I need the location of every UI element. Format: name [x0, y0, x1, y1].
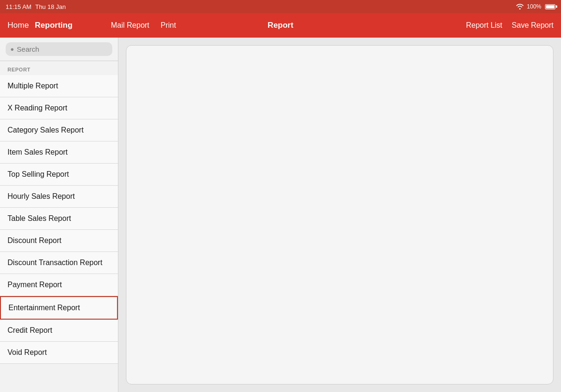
- sidebar-item-discount-transaction-report[interactable]: Discount Transaction Report: [0, 252, 118, 274]
- nav-left: Home Reporting: [8, 21, 101, 30]
- mail-report-button[interactable]: Mail Report: [111, 21, 149, 30]
- status-bar-left: 11:15 AM Thu 18 Jan: [6, 3, 66, 10]
- sidebar-item-top-selling-report[interactable]: Top Selling Report: [0, 164, 118, 186]
- nav-bar: Home Reporting Mail Report Print Report …: [0, 13, 561, 38]
- main-layout: ● REPORT Multiple Report X Reading Repor…: [0, 38, 561, 392]
- report-panel: [126, 45, 553, 384]
- nav-title[interactable]: Reporting: [35, 21, 72, 30]
- search-input-wrap: ●: [6, 42, 112, 56]
- status-bar-right: 100%: [516, 3, 555, 10]
- wifi-icon: [516, 4, 524, 9]
- report-list-button[interactable]: Report List: [466, 21, 502, 30]
- content-area: [118, 38, 561, 392]
- time-display: 11:15 AM: [6, 3, 31, 10]
- sidebar-item-x-reading-report[interactable]: X Reading Report: [0, 97, 118, 119]
- search-input[interactable]: [17, 45, 108, 53]
- sidebar-item-hourly-sales-report[interactable]: Hourly Sales Report: [0, 186, 118, 208]
- nav-right: Report List Save Report: [466, 21, 553, 30]
- section-header: REPORT: [0, 61, 118, 75]
- print-button[interactable]: Print: [161, 21, 176, 30]
- sidebar-item-payment-report[interactable]: Payment Report: [0, 274, 118, 296]
- home-button[interactable]: Home: [8, 21, 29, 30]
- save-report-button[interactable]: Save Report: [512, 21, 553, 30]
- sidebar-item-discount-report[interactable]: Discount Report: [0, 230, 118, 252]
- nav-center-actions: Mail Report Print: [111, 21, 176, 30]
- status-bar: 11:15 AM Thu 18 Jan 100%: [0, 0, 561, 13]
- sidebar-item-multiple-report[interactable]: Multiple Report: [0, 75, 118, 97]
- battery-icon: [545, 4, 555, 9]
- sidebar-item-void-report[interactable]: Void Report: [0, 342, 118, 364]
- battery-percent: 100%: [527, 3, 541, 10]
- nav-main-title: Report: [268, 21, 294, 30]
- search-icon: ●: [10, 46, 14, 53]
- date-display: Thu 18 Jan: [35, 3, 66, 10]
- sidebar-item-item-sales-report[interactable]: Item Sales Report: [0, 141, 118, 164]
- battery-fill: [546, 5, 554, 8]
- nav-separator: [31, 21, 33, 30]
- sidebar: ● REPORT Multiple Report X Reading Repor…: [0, 38, 118, 392]
- search-container: ●: [0, 38, 118, 61]
- sidebar-item-entertainment-report[interactable]: Entertainment Report: [0, 296, 118, 320]
- sidebar-item-table-sales-report[interactable]: Table Sales Report: [0, 208, 118, 230]
- sidebar-item-category-sales-report[interactable]: Category Sales Report: [0, 119, 118, 141]
- sidebar-item-credit-report[interactable]: Credit Report: [0, 320, 118, 342]
